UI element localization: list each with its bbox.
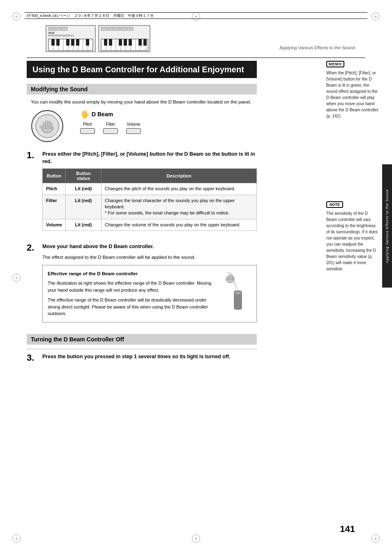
svg-rect-44 [143, 39, 147, 46]
table-row: Volume Lit (red) Changes the volume of t… [43, 219, 257, 230]
svg-rect-6 [52, 32, 54, 34]
row2-status: Lit (red) [65, 195, 101, 219]
svg-rect-54 [235, 292, 241, 294]
effective-range-p2: The effective range of the D Beam contro… [48, 297, 219, 317]
svg-rect-38 [104, 39, 107, 46]
step-2-body: The effect assigned to the D Beam contro… [42, 254, 257, 261]
filter-button[interactable] [103, 128, 118, 134]
svg-rect-3 [55, 27, 61, 30]
step-2-content: Move your hand above the D Beam controll… [42, 243, 257, 328]
svg-rect-2 [48, 27, 54, 30]
keyboard-diagram-area [45, 25, 152, 53]
sidebar-tab-text: Applying Various Effects to the Sound [385, 189, 389, 263]
svg-rect-17 [51, 39, 55, 46]
reg-mark-tl [12, 12, 21, 21]
step-3-content: Press the button you pressed in step 1 s… [42, 353, 257, 364]
pitch-button[interactable] [80, 128, 95, 134]
row2-desc: Changes the tonal character of the sound… [101, 195, 257, 219]
svg-rect-58 [233, 276, 234, 280]
main-content: Using the D Beam Controller for Addition… [27, 61, 257, 369]
reg-mark-ml [12, 274, 21, 282]
applying-text: Applying Various Effects to the Sound [279, 45, 355, 50]
svg-rect-25 [114, 27, 120, 30]
effective-range-text: Effective range of the D Beam controller… [48, 270, 219, 317]
volume-label: Volume [127, 122, 140, 127]
reg-mark-bl [12, 534, 21, 543]
dotted-rule [27, 349, 257, 349]
right-sidebar: MEMO When the [Pitch], [Filter], or [Vol… [326, 61, 380, 272]
note-header: NOTE [326, 201, 380, 208]
row3-status: Lit (red) [65, 219, 101, 230]
memo-text: When the [Pitch], [Filter], or [Volume] … [326, 70, 380, 119]
filter-button-col: Filter [103, 122, 118, 134]
svg-rect-4 [62, 27, 67, 30]
memo-box: MEMO When the [Pitch], [Filter], or [Vol… [326, 61, 380, 119]
svg-rect-18 [56, 39, 60, 46]
svg-rect-57 [231, 274, 232, 280]
step-1-content: Press either the [Pitch], [Filter], or [… [42, 151, 257, 237]
svg-rect-5 [48, 32, 51, 34]
svg-rect-19 [66, 39, 69, 46]
dbeam-controls: 🖐 D Beam Pitch Filter Volume [80, 110, 141, 134]
reg-mark-br [371, 534, 380, 543]
keyboard-svg [45, 25, 152, 53]
reg-mark-tr [371, 12, 380, 21]
svg-rect-24 [108, 27, 113, 30]
row3-desc: Changes the volume of the sounds you pla… [101, 219, 257, 230]
note-tag: NOTE [326, 201, 343, 208]
svg-rect-7 [48, 35, 73, 36]
filter-label: Filter [106, 122, 115, 127]
note-box: NOTE The sensitivity of the D Beam contr… [326, 201, 380, 272]
volume-button[interactable] [126, 128, 141, 134]
modifying-body: You can modify the sound simply by movin… [27, 99, 257, 106]
svg-rect-49 [46, 121, 48, 129]
pitch-button-col: Pitch [80, 122, 95, 134]
svg-rect-39 [109, 39, 112, 46]
effective-range-box: Effective range of the D Beam controller… [42, 265, 257, 322]
dbeam-label: D Beam [92, 111, 113, 117]
row1-status: Lit (red) [65, 183, 101, 195]
note-text: The sensitivity of the D Beam controller… [326, 210, 380, 272]
col-header-button: Button [43, 169, 66, 183]
turning-off-heading: Turning the D Beam Controller Off [27, 334, 257, 345]
step-2-number: 2. [27, 243, 38, 328]
reg-mark-bm [192, 534, 200, 543]
step-2-title: Move your hand above the D Beam controll… [42, 243, 257, 251]
row3-button: Volume [43, 219, 66, 230]
row1-desc: Changes the pitch of the sounds you play… [101, 183, 257, 195]
memo-tag: MEMO [326, 61, 344, 67]
effective-range-p1: The illustration at right shows the effe… [48, 280, 219, 293]
svg-rect-50 [48, 121, 50, 129]
step-1-title: Press either the [Pitch], [Filter], or [… [42, 151, 257, 165]
step-3-title: Press the button you pressed in step 1 s… [42, 353, 257, 361]
dbeam-title: 🖐 D Beam [80, 110, 141, 119]
svg-rect-51 [51, 122, 52, 129]
pitch-label: Pitch [83, 122, 92, 127]
header-text: AT-500_e.book 141 ページ ２０০８年７月２８日 月曜日 午後４… [26, 13, 154, 18]
step-1-number: 1. [27, 151, 38, 237]
col-header-status: Button status [65, 169, 101, 183]
dbeam-diagram-area: 🖐 D Beam Pitch Filter Volume [27, 110, 257, 143]
volume-button-col: Volume [126, 122, 141, 134]
vertical-sidebar-tab: Applying Various Effects to the Sound [382, 164, 392, 288]
hand-image [31, 110, 64, 143]
turning-off-section: Turning the D Beam Controller Off [27, 334, 257, 349]
modifying-sound-section: Modifying the Sound You can modify the s… [27, 84, 257, 143]
col-header-description: Description [101, 169, 257, 183]
effective-range-img [223, 270, 251, 313]
step-3: 3. Press the button you pressed in step … [27, 353, 257, 364]
row1-button: Pitch [43, 183, 66, 195]
svg-rect-21 [76, 39, 79, 46]
dbeam-icon: 🖐 [80, 110, 89, 119]
button-table: Button Button status Description Pitch L… [42, 168, 257, 231]
svg-rect-23 [101, 27, 107, 30]
table-row: Filter Lit (red) Changes the tonal chara… [43, 195, 257, 219]
svg-rect-26 [121, 27, 127, 30]
svg-rect-27 [127, 27, 133, 30]
svg-rect-41 [124, 39, 127, 46]
page-number: 141 [340, 524, 355, 534]
svg-rect-22 [86, 39, 89, 46]
table-row: Pitch Lit (red) Changes the pitch of the… [43, 183, 257, 195]
svg-rect-40 [119, 39, 122, 46]
memo-header: MEMO [326, 61, 380, 67]
